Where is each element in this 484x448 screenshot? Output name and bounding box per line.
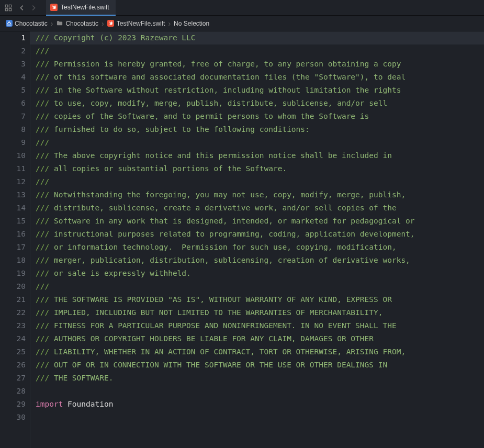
- code-line: /// distribute, sublicense, create a der…: [36, 201, 484, 215]
- line-number: 17: [0, 241, 26, 254]
- line-number: 15: [0, 215, 26, 228]
- line-number: 28: [0, 385, 26, 398]
- line-number: 9: [0, 136, 26, 149]
- line-number: 23: [0, 319, 26, 332]
- code-line: /// of this software and associated docu…: [36, 71, 484, 84]
- code-line: /// Copyright (c) 2023 Razeware LLC: [30, 31, 484, 44]
- line-number: 1: [0, 31, 26, 44]
- chevron-right-icon: ›: [100, 19, 105, 28]
- crumb-label: Chocotastic: [15, 20, 48, 27]
- editor-toolbar: TestNewFile.swift: [0, 0, 484, 16]
- line-number: 27: [0, 372, 26, 385]
- code-line: /// The above copyright notice and this …: [36, 149, 484, 162]
- line-number: 14: [0, 201, 26, 215]
- code-line: /// to use, copy, modify, merge, publish…: [36, 97, 484, 110]
- chevron-right-icon: ›: [50, 19, 54, 28]
- code-line: /// Software in any work that is designe…: [36, 215, 484, 228]
- line-number: 30: [0, 411, 26, 424]
- nav-forward-icon[interactable]: [28, 3, 39, 13]
- code-line: ///: [36, 44, 484, 58]
- line-number: 2: [0, 44, 26, 58]
- code-line: /// IMPLIED, INCLUDING BUT NOT LIMITED T…: [36, 306, 484, 319]
- chevron-right-icon: ›: [167, 19, 172, 28]
- code-line: /// LIABILITY, WHETHER IN AN ACTION OF C…: [36, 345, 484, 359]
- crumb-label: No Selection: [174, 20, 209, 27]
- line-number: 22: [0, 306, 26, 319]
- tab-filename: TestNewFile.swift: [61, 4, 109, 11]
- project-icon: [5, 20, 13, 27]
- code-line: /// instructional purposes related to pr…: [36, 228, 484, 241]
- code-line: import Foundation: [36, 398, 484, 411]
- crumb-label: TestNewFile.swift: [117, 20, 165, 27]
- code-line: ///: [36, 175, 484, 188]
- code-line: /// in the Software without restriction,…: [36, 84, 484, 97]
- code-line: ///: [36, 280, 484, 293]
- swift-file-icon: [50, 4, 58, 11]
- line-number: 29: [0, 398, 26, 411]
- line-number: 3: [0, 58, 26, 71]
- line-number: 18: [0, 254, 26, 267]
- line-number: 21: [0, 293, 26, 306]
- crumb-file[interactable]: TestNewFile.swift: [106, 20, 166, 27]
- code-line: /// Notwithstanding the foregoing, you m…: [36, 188, 484, 201]
- code-line: /// THE SOFTWARE.: [36, 372, 484, 385]
- line-number: 16: [0, 228, 26, 241]
- line-number: 6: [0, 97, 26, 110]
- line-number: 5: [0, 84, 26, 97]
- line-number: 20: [0, 280, 26, 293]
- code-line: /// THE SOFTWARE IS PROVIDED "AS IS", WI…: [36, 293, 484, 306]
- crumb-project[interactable]: Chocotastic: [4, 20, 49, 27]
- crumb-label: Chocotastic: [65, 20, 98, 27]
- folder-icon: [56, 20, 63, 27]
- nav-back-icon[interactable]: [17, 3, 27, 13]
- editor-tab[interactable]: TestNewFile.swift: [46, 0, 116, 16]
- svg-rect-0: [5, 5, 7, 7]
- line-number: 26: [0, 359, 26, 372]
- line-number: 7: [0, 110, 26, 123]
- crumb-selection[interactable]: No Selection: [173, 20, 210, 27]
- svg-rect-3: [9, 8, 11, 10]
- code-line: /// merger, publication, distribution, s…: [36, 254, 484, 267]
- code-line: /// AUTHORS OR COPYRIGHT HOLDERS BE LIAB…: [36, 332, 484, 345]
- line-number: 24: [0, 332, 26, 345]
- code-line: /// Permission is hereby granted, free o…: [36, 58, 484, 71]
- line-number: 11: [0, 162, 26, 175]
- code-line: /// or information technology. Permissio…: [36, 241, 484, 254]
- line-number: 13: [0, 188, 26, 201]
- svg-rect-1: [9, 5, 11, 7]
- related-items-icon[interactable]: [3, 3, 14, 13]
- line-number: 8: [0, 123, 26, 136]
- code-content[interactable]: /// Copyright (c) 2023 Razeware LLC/// /…: [30, 31, 484, 448]
- swift-file-icon: [107, 20, 115, 27]
- line-number: 25: [0, 345, 26, 359]
- code-line: /// OUT OF OR IN CONNECTION WITH THE SOF…: [36, 359, 484, 372]
- code-line: ///: [36, 136, 484, 149]
- code-line: /// FITNESS FOR A PARTICULAR PURPOSE AND…: [36, 319, 484, 332]
- code-line: /// furnished to do so, subject to the f…: [36, 123, 484, 136]
- svg-rect-2: [5, 8, 7, 10]
- line-number-gutter: 1234567891011121314151617181920212223242…: [0, 31, 30, 448]
- code-line: [36, 411, 484, 424]
- crumb-group[interactable]: Chocotastic: [55, 20, 99, 27]
- line-number: 19: [0, 267, 26, 280]
- code-editor[interactable]: 1234567891011121314151617181920212223242…: [0, 31, 484, 448]
- line-number: 4: [0, 71, 26, 84]
- line-number: 12: [0, 175, 26, 188]
- code-line: /// copies of the Software, and to permi…: [36, 110, 484, 123]
- line-number: 10: [0, 149, 26, 162]
- code-line: [36, 385, 484, 398]
- jump-bar: Chocotastic › Chocotastic › TestNewFile.…: [0, 16, 484, 31]
- code-line: /// all copies or substantial portions o…: [36, 162, 484, 175]
- code-line: /// or sale is expressly withheld.: [36, 267, 484, 280]
